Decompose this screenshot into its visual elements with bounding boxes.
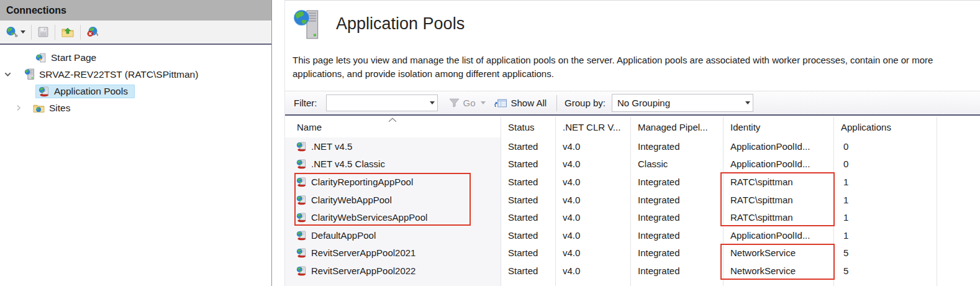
filter-label: Filter:: [294, 98, 317, 108]
group-by-label: Group by:: [565, 98, 606, 108]
pool-status: Started: [501, 265, 555, 276]
selected-tree-item[interactable]: Application Pools: [35, 85, 135, 98]
tree-item-label: Start Page: [51, 52, 96, 63]
toolbar-separator: [31, 25, 32, 40]
server-icon: [24, 68, 35, 80]
pool-identity: ApplicationPoolId...: [723, 159, 833, 169]
folder-up-icon: [61, 27, 75, 38]
toolbar-separator: [80, 25, 81, 40]
group-by-dropdown-arrow-icon[interactable]: [743, 101, 753, 104]
pool-name: .NET v4.5 Classic: [311, 159, 385, 169]
app-pool-icon: [296, 230, 307, 241]
pool-applications: 5: [833, 265, 937, 276]
group-by-dropdown[interactable]: No Grouping: [612, 94, 753, 112]
column-header-identity[interactable]: Identity: [723, 122, 833, 132]
table-row[interactable]: DefaultAppPool Started v4.0 Integrated A…: [285, 226, 980, 244]
filter-funnel-icon: [449, 98, 460, 108]
pool-pipeline: Integrated: [630, 265, 723, 276]
list-header-row: Name Status .NET CLR V... Managed Pipel.…: [285, 117, 980, 137]
pool-clr-version: v4.0: [555, 195, 630, 205]
table-row[interactable]: .NET v4.5 Started v4.0 Integrated Applic…: [285, 137, 980, 155]
pool-clr-version: v4.0: [555, 177, 630, 187]
app-pool-icon: [296, 247, 307, 258]
tree-item-application-pools[interactable]: Application Pools: [0, 83, 271, 99]
pool-clr-version: v4.0: [555, 212, 630, 223]
pool-pipeline: Integrated: [630, 141, 723, 152]
column-header-pipeline[interactable]: Managed Pipel...: [630, 122, 723, 132]
delete-connection-button[interactable]: [84, 25, 101, 39]
pool-pipeline: Integrated: [630, 212, 723, 223]
create-connection-button[interactable]: [4, 25, 27, 39]
show-all-button[interactable]: Show All: [494, 98, 547, 108]
pool-applications: 1: [833, 230, 937, 241]
tree-item-start-page[interactable]: Start Page: [0, 49, 271, 66]
pool-pipeline: Integrated: [630, 195, 723, 205]
pool-applications: 5: [833, 247, 937, 258]
tree-item-label: Sites: [49, 103, 70, 114]
connections-panel: Connections: [0, 0, 272, 286]
pool-clr-version: v4.0: [555, 265, 630, 276]
pool-applications: 1: [833, 177, 937, 187]
go-label: Go: [463, 98, 476, 108]
pool-clr-version: v4.0: [555, 247, 630, 258]
application-pools-page: Application Pools This page lets you vie…: [284, 0, 980, 286]
pool-identity: ApplicationPoolId...: [723, 230, 833, 241]
tree-item-sites[interactable]: Sites: [0, 99, 271, 116]
filter-toolbar: Filter: Go: [285, 91, 980, 116]
chevron-right-icon[interactable]: [16, 104, 22, 111]
connections-toolbar: [0, 21, 271, 45]
table-row[interactable]: RevitServerAppPool2021 Started v4.0 Inte…: [285, 244, 980, 262]
toolbar-separator: [556, 95, 557, 111]
go-dropdown-arrow-icon: [481, 101, 486, 104]
connections-title: Connections: [0, 0, 271, 21]
table-row[interactable]: .NET v4.5 Classic Started v4.0 Classic A…: [285, 155, 980, 173]
pool-pipeline: Integrated: [630, 230, 723, 241]
pool-name: .NET v4.5: [311, 141, 352, 152]
tree-item-label: SRVAZ-REV22TST (RATC\SPittman): [39, 69, 198, 80]
pool-clr-version: v4.0: [555, 141, 630, 152]
group-by-value: No Grouping: [612, 98, 743, 108]
chevron-down-icon[interactable]: [4, 71, 11, 78]
column-header-applications[interactable]: Applications: [833, 122, 937, 132]
column-header-name[interactable]: Name: [285, 122, 501, 132]
pool-pipeline: Integrated: [630, 177, 723, 187]
column-header-status[interactable]: Status: [501, 122, 555, 132]
filter-dropdown-arrow-icon[interactable]: [427, 101, 437, 104]
save-icon: [37, 26, 49, 38]
pool-status: Started: [501, 141, 555, 152]
connect-icon: [6, 26, 18, 38]
app-pool-icon: [296, 159, 307, 169]
pool-name: RevitServerAppPool2021: [311, 247, 415, 258]
pool-name: RevitServerAppPool2022: [311, 265, 415, 276]
application-pools-icon: [39, 86, 50, 97]
pool-clr-version: v4.0: [555, 159, 630, 169]
pool-name: DefaultAppPool: [311, 230, 376, 241]
go-button[interactable]: Go: [449, 98, 486, 108]
tree-item-server[interactable]: SRVAZ-REV22TST (RATC\SPittman): [0, 66, 271, 83]
filter-input[interactable]: [327, 96, 427, 110]
app-pool-icon: [296, 141, 307, 152]
pool-identity: ApplicationPoolId...: [723, 141, 833, 152]
pool-status: Started: [501, 247, 555, 258]
tree-item-label: Application Pools: [54, 86, 128, 97]
iis-manager-window: Connections: [0, 0, 980, 286]
disconnect-icon: [86, 26, 99, 38]
pool-status: Started: [501, 177, 555, 187]
sites-icon: [33, 103, 45, 113]
pool-applications: 0: [833, 141, 937, 152]
annotation-box-networkservice-identity: [720, 244, 835, 280]
pool-applications: 1: [833, 195, 937, 205]
column-header-clr-version[interactable]: .NET CLR V...: [555, 122, 630, 132]
start-page-icon: [35, 52, 47, 63]
application-pools-header-icon: [293, 9, 322, 40]
pool-applications: 1: [833, 212, 937, 223]
pool-status: Started: [501, 230, 555, 241]
app-pool-icon: [296, 265, 307, 276]
table-row[interactable]: RevitServerAppPool2022 Started v4.0 Inte…: [285, 262, 980, 280]
save-connections-button[interactable]: [35, 25, 51, 39]
go-up-button[interactable]: [59, 25, 76, 39]
connections-tree: Start Page SRVAZ-: [0, 45, 271, 116]
show-all-label: Show All: [511, 98, 547, 108]
filter-combobox[interactable]: [326, 95, 438, 111]
annotation-box-clarity-pools: [294, 173, 471, 226]
